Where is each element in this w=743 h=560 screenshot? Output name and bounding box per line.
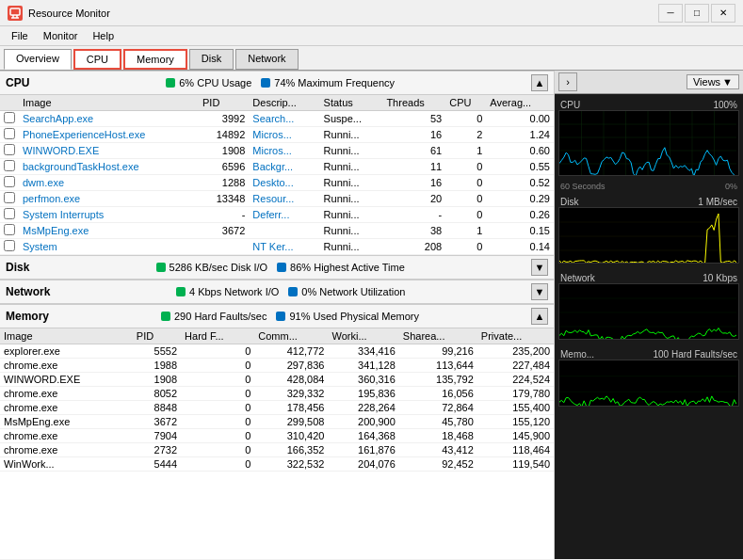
process-desc: Search... bbox=[249, 111, 319, 127]
row-checkbox[interactable] bbox=[0, 159, 19, 175]
row-checkbox[interactable] bbox=[0, 175, 19, 191]
maximize-button[interactable]: □ bbox=[685, 4, 709, 23]
network-section-header[interactable]: Network 4 Kbps Network I/O 0% Network Ut… bbox=[0, 280, 554, 304]
process-threads: 208 bbox=[382, 239, 445, 255]
cpu-col-threads[interactable]: Threads bbox=[382, 95, 445, 111]
process-shareable: 43,412 bbox=[399, 443, 477, 457]
row-checkbox[interactable] bbox=[0, 111, 19, 127]
memory-chart-area bbox=[558, 360, 739, 407]
cpu-col-image[interactable]: Image bbox=[19, 95, 199, 111]
views-button[interactable]: Views ▼ bbox=[686, 74, 739, 89]
memory-collapse-btn[interactable]: ▲ bbox=[531, 308, 548, 325]
process-hard-faults: 0 bbox=[181, 387, 254, 401]
row-checkbox[interactable] bbox=[0, 143, 19, 159]
disk-stat2-dot bbox=[277, 263, 286, 272]
cpu-section-header[interactable]: CPU 6% CPU Usage 74% Maximum Frequency ▲ bbox=[0, 71, 554, 95]
memory-section-header[interactable]: Memory 290 Hard Faults/sec 91% Used Phys… bbox=[0, 304, 554, 328]
process-name: chrome.exe bbox=[0, 387, 133, 401]
cpu-col-cpu[interactable]: CPU bbox=[445, 95, 486, 111]
cpu-col-checkbox[interactable] bbox=[0, 95, 19, 111]
table-row[interactable]: backgroundTaskHost.exe6596Backgr...Runni… bbox=[0, 159, 554, 175]
table-row[interactable]: MsMpEng.exe36720299,508200,90045,780155,… bbox=[0, 415, 554, 429]
table-row[interactable]: perfmon.exe13348Resour...Runni...2000.29 bbox=[0, 191, 554, 207]
close-button[interactable]: ✕ bbox=[711, 4, 735, 23]
cpu-stat2-dot bbox=[261, 78, 270, 88]
table-row[interactable]: WINWORD.EXE1908Micros...Runni...6110.60 bbox=[0, 143, 554, 159]
cpu-collapse-btn[interactable]: ▲ bbox=[531, 74, 548, 91]
row-checkbox[interactable] bbox=[0, 191, 19, 207]
process-shareable: 92,452 bbox=[399, 457, 477, 472]
network-chart-canvas bbox=[559, 284, 736, 340]
cpu-col-status[interactable]: Status bbox=[320, 95, 383, 111]
network-stat1: 4 Kbps Network I/O bbox=[176, 286, 279, 297]
mem-col-image[interactable]: Image bbox=[0, 328, 133, 344]
table-row[interactable]: chrome.exe80520329,332195,83616,056179,7… bbox=[0, 387, 554, 401]
process-commit: 299,508 bbox=[254, 415, 328, 429]
process-threads: 38 bbox=[382, 223, 445, 239]
menu-help[interactable]: Help bbox=[85, 28, 121, 43]
menu-file[interactable]: File bbox=[4, 28, 36, 43]
network-stat2-label: 0% Network Utilization bbox=[301, 286, 405, 297]
tab-network[interactable]: Network bbox=[235, 49, 298, 70]
tab-memory[interactable]: Memory bbox=[123, 49, 187, 70]
process-working: 195,836 bbox=[328, 387, 398, 401]
process-threads: 20 bbox=[382, 191, 445, 207]
table-row[interactable]: explorer.exe55520412,772334,41699,216235… bbox=[0, 344, 554, 359]
table-row[interactable]: SystemNT Ker...Runni...20800.14 bbox=[0, 239, 554, 255]
network-collapse-btn[interactable]: ▼ bbox=[531, 283, 548, 300]
table-row[interactable]: System Interrupts-Deferr...Runni...-00.2… bbox=[0, 207, 554, 223]
disk-section-header[interactable]: Disk 5286 KB/sec Disk I/O 86% Highest Ac… bbox=[0, 255, 554, 280]
cpu-chart-label: CPU 100% bbox=[558, 98, 739, 110]
nav-back-button[interactable]: › bbox=[558, 72, 577, 91]
process-shareable: 135,792 bbox=[399, 373, 477, 387]
tab-cpu[interactable]: CPU bbox=[73, 49, 121, 70]
table-row[interactable]: WINWORD.EXE19080428,084360,316135,792224… bbox=[0, 373, 554, 387]
memory-chart-label: Memo... 100 Hard Faults/sec bbox=[558, 347, 739, 360]
table-row[interactable]: SearchApp.exe3992Search...Suspe...5300.0… bbox=[0, 111, 554, 127]
disk-collapse-btn[interactable]: ▼ bbox=[531, 259, 548, 276]
process-name: chrome.exe bbox=[0, 429, 133, 443]
row-checkbox[interactable] bbox=[0, 207, 19, 223]
process-name: backgroundTaskHost.exe bbox=[19, 159, 199, 175]
table-row[interactable]: chrome.exe19880297,836341,128113,644227,… bbox=[0, 359, 554, 373]
process-commit: 178,456 bbox=[254, 401, 328, 415]
cpu-table-container[interactable]: Image PID Descrip... Status Threads CPU … bbox=[0, 95, 554, 255]
table-row[interactable]: dwm.exe1288Deskto...Runni...1600.52 bbox=[0, 175, 554, 191]
minimize-button[interactable]: ─ bbox=[658, 4, 683, 23]
table-row[interactable]: PhoneExperienceHost.exe14892Micros...Run… bbox=[0, 127, 554, 143]
network-chart-label: Network 10 Kbps bbox=[558, 271, 739, 283]
table-row[interactable]: chrome.exe79040310,420164,36818,468145,9… bbox=[0, 429, 554, 443]
cpu-col-pid[interactable]: PID bbox=[199, 95, 249, 111]
menu-monitor[interactable]: Monitor bbox=[36, 28, 86, 43]
memory-table-container[interactable]: Image PID Hard F... Comm... Worki... Sha… bbox=[0, 328, 554, 472]
cpu-col-desc[interactable]: Descrip... bbox=[249, 95, 319, 111]
table-row[interactable]: chrome.exe88480178,456228,26472,864155,4… bbox=[0, 401, 554, 415]
table-row[interactable]: WinWork...54440322,532204,07692,452119,5… bbox=[0, 457, 554, 472]
disk-chart-value: 1 MB/sec bbox=[698, 197, 737, 207]
process-private: 119,540 bbox=[477, 457, 554, 472]
row-checkbox[interactable] bbox=[0, 239, 19, 255]
cpu-col-avg[interactable]: Averag... bbox=[486, 95, 554, 111]
process-pid: 5444 bbox=[133, 457, 181, 472]
mem-col-hard[interactable]: Hard F... bbox=[181, 328, 254, 344]
process-threads: 16 bbox=[382, 175, 445, 191]
process-hard-faults: 0 bbox=[181, 344, 254, 359]
table-row[interactable]: chrome.exe27320166,352161,87643,412118,4… bbox=[0, 443, 554, 457]
process-status: Runni... bbox=[320, 175, 383, 191]
mem-col-priv[interactable]: Private... bbox=[477, 328, 554, 344]
table-row[interactable]: MsMpEng.exe3672Runni...3810.15 bbox=[0, 223, 554, 239]
mem-col-comm[interactable]: Comm... bbox=[254, 328, 328, 344]
process-desc: NT Ker... bbox=[249, 239, 319, 255]
process-name: WinWork... bbox=[0, 457, 133, 472]
process-working: 164,368 bbox=[328, 429, 398, 443]
tab-overview[interactable]: Overview bbox=[4, 49, 72, 70]
cpu-title: CPU bbox=[6, 76, 29, 89]
row-checkbox[interactable] bbox=[0, 223, 19, 239]
tab-disk[interactable]: Disk bbox=[189, 49, 234, 70]
process-cpu: 0 bbox=[445, 159, 486, 175]
row-checkbox[interactable] bbox=[0, 127, 19, 143]
disk-stat1: 5286 KB/sec Disk I/O bbox=[156, 262, 268, 273]
mem-col-share[interactable]: Sharea... bbox=[399, 328, 477, 344]
mem-col-work[interactable]: Worki... bbox=[328, 328, 398, 344]
mem-col-pid[interactable]: PID bbox=[133, 328, 181, 344]
